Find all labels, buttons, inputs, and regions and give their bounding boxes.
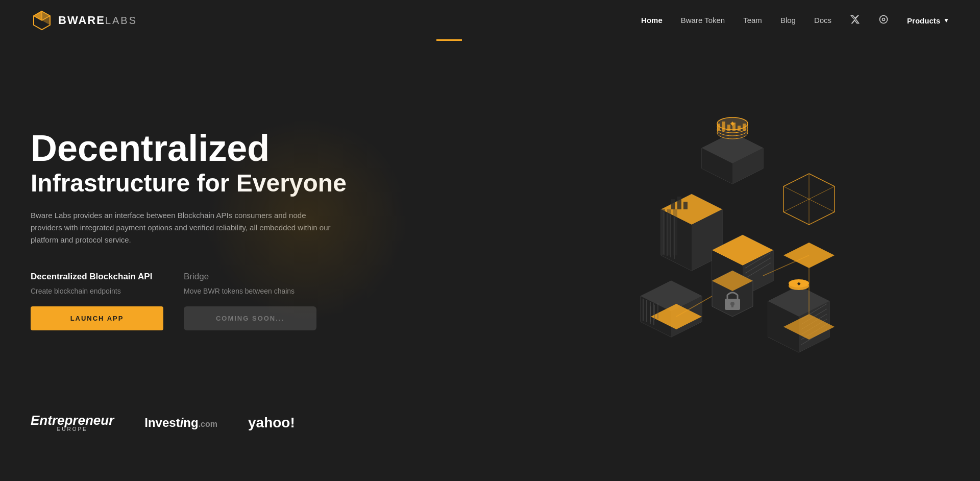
- svg-line-68: [809, 186, 835, 199]
- svg-point-7: [880, 15, 888, 23]
- svg-rect-63: [732, 123, 736, 131]
- hero-title-line2: Infrastructure for Everyone: [31, 170, 536, 197]
- svg-rect-35: [677, 197, 681, 209]
- products-label: Products: [907, 16, 940, 25]
- circle-link[interactable]: [878, 16, 889, 27]
- card-api: Decentralized Blockchain API Create bloc…: [31, 272, 163, 330]
- partners-section: Entrepreneur EUROPE Investing.com yahoo!: [0, 398, 980, 452]
- hero-cards: Decentralized Blockchain API Create bloc…: [31, 272, 536, 330]
- svg-line-71: [809, 199, 835, 212]
- svg-rect-41: [661, 209, 665, 255]
- logo-link[interactable]: BWARELABS: [31, 9, 137, 32]
- svg-rect-65: [743, 124, 746, 131]
- svg-text:◈: ◈: [797, 281, 801, 286]
- iso-scene-svg: ◈: [610, 82, 875, 368]
- svg-point-8: [883, 18, 885, 20]
- card-bridge-desc: Move BWR tokens between chains: [184, 287, 316, 295]
- partner-investing: Investing.com: [144, 416, 217, 430]
- card-api-title: Decentralized Blockchain API: [31, 272, 163, 282]
- card-bridge-title: Bridge: [184, 272, 316, 282]
- twitter-icon: [850, 14, 860, 25]
- card-api-desc: Create blockchain endpoints: [31, 287, 163, 295]
- svg-rect-42: [667, 209, 671, 255]
- circle-icon: [878, 14, 889, 25]
- hero-illustration: ◈: [536, 71, 949, 378]
- products-dropdown[interactable]: Products ▼: [907, 16, 949, 25]
- navbar: BWARELABS Home Bware Token Team Blog Doc…: [0, 0, 980, 41]
- nav-team[interactable]: Team: [743, 16, 762, 25]
- svg-rect-60: [717, 124, 720, 131]
- svg-rect-34: [671, 199, 675, 209]
- hero-left: Decentralized Infrastructure for Everyon…: [31, 119, 536, 330]
- svg-rect-36: [683, 202, 688, 209]
- nav-docs[interactable]: Docs: [814, 16, 831, 25]
- partner-entrepreneur: Entrepreneur EUROPE: [31, 414, 114, 432]
- logo-text: BWARELABS: [58, 14, 137, 27]
- svg-line-69: [783, 186, 809, 199]
- chevron-down-icon: ▼: [943, 17, 949, 24]
- svg-marker-3: [34, 11, 42, 20]
- logo-icon: [31, 9, 53, 32]
- svg-rect-62: [727, 125, 730, 131]
- hero-title-line1: Decentralized: [31, 129, 536, 168]
- svg-line-72: [783, 199, 809, 212]
- nav-bware-token[interactable]: Bware Token: [681, 16, 725, 25]
- coming-soon-button: COMING SOON...: [184, 306, 316, 330]
- svg-rect-64: [738, 126, 741, 131]
- launch-app-button[interactable]: LAUNCH APP: [31, 306, 163, 330]
- svg-rect-77: [731, 304, 733, 307]
- hero-description: Bware Labs provides an interface between…: [31, 209, 337, 246]
- card-bridge: Bridge Move BWR tokens between chains CO…: [184, 272, 316, 330]
- nav-home[interactable]: Home: [641, 16, 663, 25]
- nav-links: Home Bware Token Team Blog Docs Products: [641, 14, 949, 27]
- partner-yahoo: yahoo!: [248, 415, 295, 431]
- nav-blog[interactable]: Blog: [780, 16, 796, 25]
- svg-rect-43: [673, 209, 677, 255]
- hero-section: Decentralized Infrastructure for Everyon…: [0, 41, 980, 398]
- svg-rect-61: [722, 122, 725, 131]
- twitter-link[interactable]: [850, 16, 860, 27]
